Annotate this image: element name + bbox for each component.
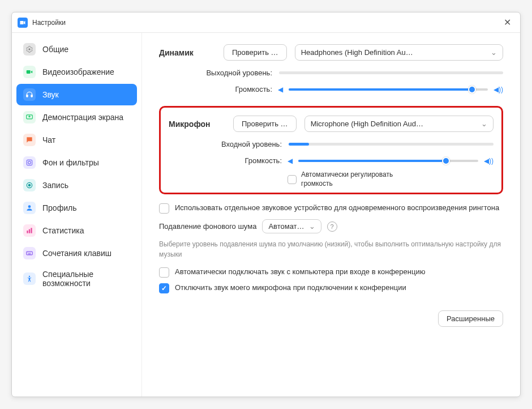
noise-suppress-dropdown[interactable]: Автомат… ⌄ <box>262 219 321 233</box>
auto-join-audio-row: Автоматически подключать звук с компьюте… <box>159 267 503 278</box>
noise-suppress-hint: Выберите уровень подавления шума по умол… <box>159 239 503 259</box>
sidebar-item-access[interactable]: Специальные возможности <box>16 265 137 292</box>
settings-window: Настройки ✕ ОбщиеВидеоизображениеЗвукДем… <box>11 12 521 397</box>
svg-point-6 <box>28 161 31 164</box>
auto-adjust-label: Автоматически регулировать громкость <box>301 171 426 188</box>
svg-rect-2 <box>27 95 28 97</box>
sidebar-item-chat[interactable]: Чат <box>16 129 137 151</box>
gear-icon <box>23 43 36 56</box>
close-icon[interactable]: ✕ <box>500 16 514 29</box>
background-icon <box>23 156 36 169</box>
speaker-volume-label: Громкость: <box>159 85 272 93</box>
separate-ringtone-label: Использовать отдельное звуковое устройст… <box>175 203 499 212</box>
speaker-title: Динамик <box>159 48 216 57</box>
record-icon <box>23 179 36 191</box>
auto-join-audio-checkbox[interactable] <box>159 267 169 278</box>
speaker-device-dropdown[interactable]: Headphones (High Definition Au… ⌄ <box>295 44 503 61</box>
svg-rect-3 <box>31 95 32 97</box>
sidebar-item-label: Специальные возможности <box>42 270 130 288</box>
separate-ringtone-row: Использовать отдельное звуковое устройст… <box>159 203 503 214</box>
svg-point-15 <box>29 253 29 253</box>
chevron-down-icon: ⌄ <box>481 120 487 128</box>
sidebar-item-label: Демонстрация экрана <box>42 113 123 122</box>
speaker-section: Динамик Проверить … Headphones (High Def… <box>159 44 503 93</box>
profile-icon <box>23 202 36 214</box>
svg-rect-10 <box>27 231 28 233</box>
volume-low-icon: ◀ <box>288 157 293 165</box>
sidebar-item-background[interactable]: Фон и фильтры <box>16 152 137 173</box>
mute-on-join-label: Отключить звук моего микрофона при подкл… <box>175 283 406 292</box>
svg-point-9 <box>28 205 31 208</box>
chevron-down-icon: ⌄ <box>309 222 315 231</box>
footer: Расширенные <box>159 299 503 327</box>
sidebar-item-label: Видеоизображение <box>42 67 114 76</box>
microphone-highlight: Микрофон Проверить … Microphone (High De… <box>159 106 503 194</box>
chevron-down-icon: ⌄ <box>491 48 497 57</box>
svg-rect-13 <box>27 252 33 255</box>
volume-high-icon: ◀)) <box>494 86 503 93</box>
keyboard-icon <box>23 247 36 259</box>
separate-ringtone-checkbox[interactable] <box>159 203 169 214</box>
sidebar-item-label: Общие <box>42 45 68 54</box>
sidebar-item-video[interactable]: Видеоизображение <box>16 61 137 83</box>
sidebar-item-profile[interactable]: Профиль <box>16 197 137 219</box>
svg-point-0 <box>28 48 31 50</box>
stats-icon <box>23 224 36 237</box>
sidebar-item-audio[interactable]: Звук <box>16 84 137 105</box>
sidebar-item-label: Профиль <box>42 203 76 212</box>
app-icon <box>18 18 28 28</box>
sidebar: ОбщиеВидеоизображениеЗвукДемонстрация эк… <box>12 33 142 397</box>
svg-rect-17 <box>28 254 31 254</box>
test-mic-button[interactable]: Проверить … <box>233 116 297 132</box>
content: Динамик Проверить … Headphones (High Def… <box>142 33 520 397</box>
svg-point-14 <box>28 253 28 253</box>
sidebar-item-stats[interactable]: Статистика <box>16 220 137 241</box>
sidebar-item-label: Фон и фильтры <box>42 158 99 167</box>
volume-low-icon: ◀ <box>278 86 283 93</box>
mic-device-label: Microphone (High Definition Aud… <box>311 120 423 128</box>
svg-rect-5 <box>27 160 32 165</box>
mic-volume-label: Громкость: <box>169 156 282 165</box>
volume-high-icon: ◀)) <box>484 157 494 165</box>
mic-device-dropdown[interactable]: Microphone (High Definition Aud… ⌄ <box>304 116 494 132</box>
svg-point-18 <box>29 276 30 277</box>
output-level-label: Выходной уровень: <box>159 69 272 77</box>
sidebar-item-label: Чат <box>42 135 55 144</box>
sidebar-item-label: Звук <box>42 90 59 99</box>
window-title: Настройки <box>32 19 66 27</box>
speaker-volume-slider[interactable] <box>289 88 488 91</box>
svg-rect-1 <box>27 70 31 74</box>
titlebar: Настройки ✕ <box>12 12 520 33</box>
auto-adjust-checkbox[interactable] <box>288 175 297 184</box>
chat-icon <box>23 134 36 146</box>
sidebar-item-keyboard[interactable]: Сочетания клавиш <box>16 242 137 264</box>
sidebar-item-label: Сочетания клавиш <box>42 249 111 258</box>
input-level-meter <box>289 143 494 146</box>
sidebar-item-label: Запись <box>42 181 68 190</box>
access-icon <box>23 272 36 285</box>
advanced-button[interactable]: Расширенные <box>438 310 503 327</box>
mute-on-join-checkbox[interactable] <box>159 283 169 293</box>
sidebar-item-record[interactable]: Запись <box>16 174 137 196</box>
titlebar-left: Настройки <box>18 18 66 28</box>
help-icon[interactable]: ? <box>327 221 337 232</box>
microphone-title: Микрофон <box>169 120 225 129</box>
sidebar-item-share[interactable]: Демонстрация экрана <box>16 106 137 128</box>
mic-volume-slider[interactable] <box>298 160 478 162</box>
input-level-label: Входной уровень: <box>169 140 282 148</box>
share-icon <box>23 111 36 123</box>
noise-suppress-row: Подавление фонового шума Автомат… ⌄ ? <box>159 219 503 233</box>
output-level-meter <box>279 71 503 74</box>
mute-on-join-row: Отключить звук моего микрофона при подкл… <box>159 283 503 293</box>
noise-suppress-value: Автомат… <box>268 222 304 231</box>
svg-rect-12 <box>31 228 32 233</box>
sidebar-item-gear[interactable]: Общие <box>16 39 137 60</box>
noise-suppress-label: Подавление фонового шума <box>159 222 256 231</box>
sidebar-item-label: Статистика <box>42 226 84 235</box>
body: ОбщиеВидеоизображениеЗвукДемонстрация эк… <box>12 33 520 397</box>
audio-icon <box>23 88 36 101</box>
svg-point-8 <box>28 184 31 187</box>
svg-rect-11 <box>29 229 30 233</box>
speaker-device-label: Headphones (High Definition Au… <box>301 48 413 57</box>
test-speaker-button[interactable]: Проверить … <box>224 44 287 61</box>
